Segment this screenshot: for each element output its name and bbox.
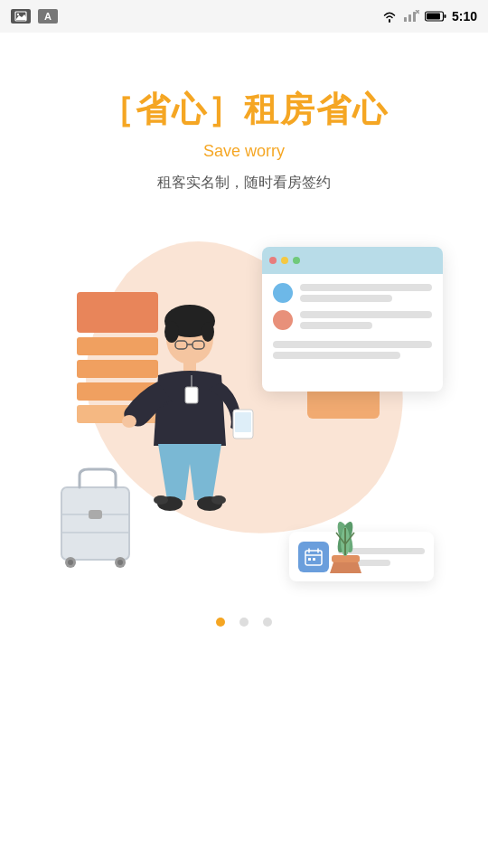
title-english: Save worry <box>203 142 285 161</box>
document-panel <box>262 247 443 392</box>
svg-rect-27 <box>185 387 198 403</box>
signal-icon <box>403 10 419 23</box>
doc-body <box>262 274 443 368</box>
svg-rect-41 <box>332 555 360 562</box>
status-left-icons: A <box>11 9 58 24</box>
circle-blue <box>273 283 293 303</box>
dot-green <box>293 257 300 264</box>
svg-rect-40 <box>89 510 102 519</box>
svg-point-1 <box>17 14 19 15</box>
status-bar: A 5:10 <box>0 0 488 33</box>
status-right-icons: 5:10 <box>381 9 477 24</box>
illustration-area <box>27 220 461 599</box>
main-content: ［省心］租房省心 Save worry 租客实名制，随时看房签约 <box>0 33 488 627</box>
svg-rect-15 <box>313 558 315 561</box>
gallery-icon <box>11 9 31 24</box>
wifi-icon <box>381 10 398 23</box>
svg-rect-9 <box>427 14 440 20</box>
dot-3[interactable] <box>263 618 272 627</box>
pagination-dots[interactable] <box>216 618 272 627</box>
subtitle-chinese: 租客实名制，随时看房签约 <box>157 174 331 193</box>
dot-yellow <box>281 257 288 264</box>
svg-point-39 <box>117 560 123 565</box>
suitcase <box>52 465 143 577</box>
doc-row-2 <box>273 310 432 330</box>
svg-rect-8 <box>444 14 446 18</box>
svg-rect-3 <box>408 14 411 22</box>
font-icon: A <box>38 9 58 24</box>
doc-row-1 <box>273 283 432 303</box>
dot-2[interactable] <box>239 618 249 627</box>
dot-red <box>269 257 277 264</box>
svg-rect-4 <box>413 12 416 22</box>
svg-point-30 <box>154 495 168 505</box>
svg-rect-33 <box>61 487 129 560</box>
time-display: 5:10 <box>452 9 477 24</box>
battery-icon <box>425 10 446 23</box>
svg-point-18 <box>164 321 179 343</box>
svg-point-32 <box>211 495 226 505</box>
svg-point-24 <box>122 415 136 428</box>
plant-decoration <box>321 510 371 581</box>
svg-rect-2 <box>404 17 407 22</box>
doc-header <box>262 247 443 274</box>
svg-point-19 <box>202 322 214 342</box>
svg-rect-26 <box>235 412 251 432</box>
dot-1[interactable] <box>216 618 225 627</box>
title-chinese: ［省心］租房省心 <box>99 87 389 133</box>
svg-rect-14 <box>308 558 311 561</box>
svg-point-37 <box>68 560 73 565</box>
